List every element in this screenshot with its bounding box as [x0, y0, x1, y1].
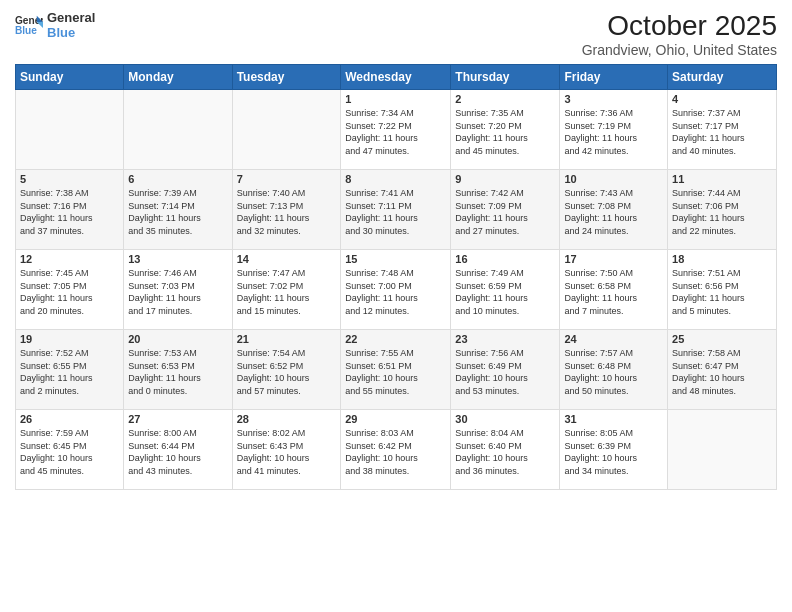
- calendar-cell: 26Sunrise: 7:59 AM Sunset: 6:45 PM Dayli…: [16, 410, 124, 490]
- calendar-cell: [668, 410, 777, 490]
- day-info: Sunrise: 7:49 AM Sunset: 6:59 PM Dayligh…: [455, 267, 555, 317]
- day-info: Sunrise: 8:04 AM Sunset: 6:40 PM Dayligh…: [455, 427, 555, 477]
- day-info: Sunrise: 8:05 AM Sunset: 6:39 PM Dayligh…: [564, 427, 663, 477]
- day-number: 19: [20, 333, 119, 345]
- day-info: Sunrise: 7:57 AM Sunset: 6:48 PM Dayligh…: [564, 347, 663, 397]
- calendar-cell: 27Sunrise: 8:00 AM Sunset: 6:44 PM Dayli…: [124, 410, 232, 490]
- calendar-cell: 25Sunrise: 7:58 AM Sunset: 6:47 PM Dayli…: [668, 330, 777, 410]
- day-number: 13: [128, 253, 227, 265]
- calendar-cell: 22Sunrise: 7:55 AM Sunset: 6:51 PM Dayli…: [341, 330, 451, 410]
- calendar-cell: 6Sunrise: 7:39 AM Sunset: 7:14 PM Daylig…: [124, 170, 232, 250]
- day-number: 28: [237, 413, 337, 425]
- calendar-cell: 20Sunrise: 7:53 AM Sunset: 6:53 PM Dayli…: [124, 330, 232, 410]
- calendar-cell: 18Sunrise: 7:51 AM Sunset: 6:56 PM Dayli…: [668, 250, 777, 330]
- title-block: October 2025 Grandview, Ohio, United Sta…: [582, 10, 777, 58]
- header-tuesday: Tuesday: [232, 65, 341, 90]
- header-monday: Monday: [124, 65, 232, 90]
- calendar-cell: 31Sunrise: 8:05 AM Sunset: 6:39 PM Dayli…: [560, 410, 668, 490]
- calendar-cell: 24Sunrise: 7:57 AM Sunset: 6:48 PM Dayli…: [560, 330, 668, 410]
- logo: General Blue General Blue: [15, 10, 95, 40]
- day-number: 3: [564, 93, 663, 105]
- calendar-week-4: 26Sunrise: 7:59 AM Sunset: 6:45 PM Dayli…: [16, 410, 777, 490]
- header-thursday: Thursday: [451, 65, 560, 90]
- day-info: Sunrise: 8:00 AM Sunset: 6:44 PM Dayligh…: [128, 427, 227, 477]
- day-info: Sunrise: 7:36 AM Sunset: 7:19 PM Dayligh…: [564, 107, 663, 157]
- day-info: Sunrise: 8:02 AM Sunset: 6:43 PM Dayligh…: [237, 427, 337, 477]
- day-info: Sunrise: 7:55 AM Sunset: 6:51 PM Dayligh…: [345, 347, 446, 397]
- header-saturday: Saturday: [668, 65, 777, 90]
- page-header: General Blue General Blue October 2025 G…: [15, 10, 777, 58]
- month-title: October 2025: [582, 10, 777, 42]
- calendar-cell: 9Sunrise: 7:42 AM Sunset: 7:09 PM Daylig…: [451, 170, 560, 250]
- day-number: 8: [345, 173, 446, 185]
- calendar-cell: 23Sunrise: 7:56 AM Sunset: 6:49 PM Dayli…: [451, 330, 560, 410]
- day-info: Sunrise: 7:52 AM Sunset: 6:55 PM Dayligh…: [20, 347, 119, 397]
- calendar-cell: 7Sunrise: 7:40 AM Sunset: 7:13 PM Daylig…: [232, 170, 341, 250]
- day-info: Sunrise: 7:56 AM Sunset: 6:49 PM Dayligh…: [455, 347, 555, 397]
- day-info: Sunrise: 7:50 AM Sunset: 6:58 PM Dayligh…: [564, 267, 663, 317]
- day-number: 21: [237, 333, 337, 345]
- day-info: Sunrise: 7:45 AM Sunset: 7:05 PM Dayligh…: [20, 267, 119, 317]
- calendar-cell: 28Sunrise: 8:02 AM Sunset: 6:43 PM Dayli…: [232, 410, 341, 490]
- day-number: 22: [345, 333, 446, 345]
- calendar-cell: 30Sunrise: 8:04 AM Sunset: 6:40 PM Dayli…: [451, 410, 560, 490]
- calendar-cell: 13Sunrise: 7:46 AM Sunset: 7:03 PM Dayli…: [124, 250, 232, 330]
- day-info: Sunrise: 7:35 AM Sunset: 7:20 PM Dayligh…: [455, 107, 555, 157]
- calendar-cell: 16Sunrise: 7:49 AM Sunset: 6:59 PM Dayli…: [451, 250, 560, 330]
- day-info: Sunrise: 7:42 AM Sunset: 7:09 PM Dayligh…: [455, 187, 555, 237]
- calendar-week-0: 1Sunrise: 7:34 AM Sunset: 7:22 PM Daylig…: [16, 90, 777, 170]
- day-info: Sunrise: 7:48 AM Sunset: 7:00 PM Dayligh…: [345, 267, 446, 317]
- day-info: Sunrise: 7:34 AM Sunset: 7:22 PM Dayligh…: [345, 107, 446, 157]
- day-number: 31: [564, 413, 663, 425]
- day-number: 15: [345, 253, 446, 265]
- calendar-cell: 3Sunrise: 7:36 AM Sunset: 7:19 PM Daylig…: [560, 90, 668, 170]
- svg-text:Blue: Blue: [15, 25, 37, 36]
- day-number: 24: [564, 333, 663, 345]
- day-info: Sunrise: 7:47 AM Sunset: 7:02 PM Dayligh…: [237, 267, 337, 317]
- day-number: 29: [345, 413, 446, 425]
- day-info: Sunrise: 8:03 AM Sunset: 6:42 PM Dayligh…: [345, 427, 446, 477]
- day-info: Sunrise: 7:37 AM Sunset: 7:17 PM Dayligh…: [672, 107, 772, 157]
- calendar-week-2: 12Sunrise: 7:45 AM Sunset: 7:05 PM Dayli…: [16, 250, 777, 330]
- day-number: 10: [564, 173, 663, 185]
- calendar-cell: 15Sunrise: 7:48 AM Sunset: 7:00 PM Dayli…: [341, 250, 451, 330]
- day-info: Sunrise: 7:53 AM Sunset: 6:53 PM Dayligh…: [128, 347, 227, 397]
- day-number: 2: [455, 93, 555, 105]
- day-info: Sunrise: 7:51 AM Sunset: 6:56 PM Dayligh…: [672, 267, 772, 317]
- day-number: 1: [345, 93, 446, 105]
- calendar-table: SundayMondayTuesdayWednesdayThursdayFrid…: [15, 64, 777, 490]
- day-info: Sunrise: 7:59 AM Sunset: 6:45 PM Dayligh…: [20, 427, 119, 477]
- day-number: 16: [455, 253, 555, 265]
- day-info: Sunrise: 7:46 AM Sunset: 7:03 PM Dayligh…: [128, 267, 227, 317]
- calendar-cell: 10Sunrise: 7:43 AM Sunset: 7:08 PM Dayli…: [560, 170, 668, 250]
- day-info: Sunrise: 7:38 AM Sunset: 7:16 PM Dayligh…: [20, 187, 119, 237]
- calendar-week-3: 19Sunrise: 7:52 AM Sunset: 6:55 PM Dayli…: [16, 330, 777, 410]
- calendar-cell: [232, 90, 341, 170]
- day-info: Sunrise: 7:44 AM Sunset: 7:06 PM Dayligh…: [672, 187, 772, 237]
- day-info: Sunrise: 7:39 AM Sunset: 7:14 PM Dayligh…: [128, 187, 227, 237]
- day-number: 6: [128, 173, 227, 185]
- day-number: 12: [20, 253, 119, 265]
- calendar-cell: [16, 90, 124, 170]
- calendar-header-row: SundayMondayTuesdayWednesdayThursdayFrid…: [16, 65, 777, 90]
- day-info: Sunrise: 7:58 AM Sunset: 6:47 PM Dayligh…: [672, 347, 772, 397]
- calendar-cell: 14Sunrise: 7:47 AM Sunset: 7:02 PM Dayli…: [232, 250, 341, 330]
- day-number: 4: [672, 93, 772, 105]
- day-number: 11: [672, 173, 772, 185]
- calendar-cell: 1Sunrise: 7:34 AM Sunset: 7:22 PM Daylig…: [341, 90, 451, 170]
- day-number: 7: [237, 173, 337, 185]
- calendar-cell: 12Sunrise: 7:45 AM Sunset: 7:05 PM Dayli…: [16, 250, 124, 330]
- header-sunday: Sunday: [16, 65, 124, 90]
- calendar-cell: 8Sunrise: 7:41 AM Sunset: 7:11 PM Daylig…: [341, 170, 451, 250]
- location: Grandview, Ohio, United States: [582, 42, 777, 58]
- calendar-week-1: 5Sunrise: 7:38 AM Sunset: 7:16 PM Daylig…: [16, 170, 777, 250]
- day-number: 17: [564, 253, 663, 265]
- logo-line2: Blue: [47, 25, 95, 40]
- day-number: 27: [128, 413, 227, 425]
- calendar-cell: 2Sunrise: 7:35 AM Sunset: 7:20 PM Daylig…: [451, 90, 560, 170]
- day-number: 20: [128, 333, 227, 345]
- calendar-cell: 11Sunrise: 7:44 AM Sunset: 7:06 PM Dayli…: [668, 170, 777, 250]
- logo-icon: General Blue: [15, 14, 43, 36]
- logo-line1: General: [47, 10, 95, 25]
- day-number: 30: [455, 413, 555, 425]
